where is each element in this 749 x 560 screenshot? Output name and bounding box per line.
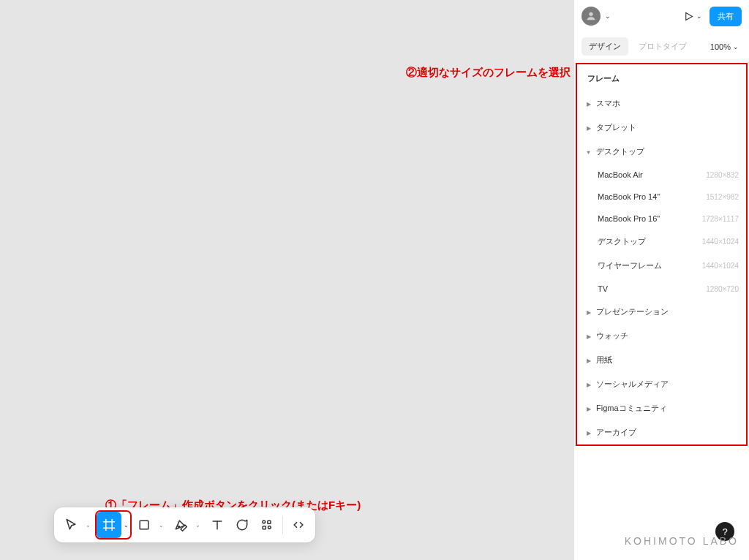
frame-category-label: プレゼンテーション	[596, 306, 669, 317]
frame-category-label: Figmaコミュニティ	[596, 403, 667, 414]
pen-icon	[173, 518, 188, 532]
caret-right-icon	[584, 124, 592, 132]
zoom-value: 100%	[710, 42, 731, 51]
frame-category-archive[interactable]: アーカイブ	[577, 420, 746, 444]
move-tool-chevron-icon[interactable]: ⌄	[84, 521, 92, 530]
svg-rect-12	[263, 526, 266, 529]
preset-name: MacBook Pro 16"	[598, 214, 660, 223]
annotation-step-2: ②適切なサイズのフレームを選択	[406, 66, 571, 80]
frame-category-desktop[interactable]: デスクトップ	[577, 140, 746, 164]
present-chevron-icon[interactable]: ⌄	[696, 12, 702, 20]
design-canvas[interactable]	[0, 0, 573, 560]
svg-point-10	[263, 521, 266, 523]
preset-dim: 1280×832	[706, 171, 739, 179]
preset-name: MacBook Air	[598, 170, 643, 179]
caret-right-icon	[584, 405, 592, 412]
caret-right-icon	[584, 429, 592, 436]
comment-tool[interactable]	[230, 512, 255, 538]
cursor-icon	[64, 518, 78, 532]
right-panel: ⌄ ⌄ 共有 デザイン プロトタイプ 100% ⌄ フレーム スマホ タブレット…	[573, 0, 749, 560]
code-icon	[291, 518, 306, 532]
caret-right-icon	[584, 100, 592, 107]
move-tool[interactable]	[59, 512, 83, 538]
avatar[interactable]	[581, 7, 601, 26]
panel-topbar: ⌄ ⌄ 共有	[574, 0, 749, 32]
frame-category-label: ソーシャルメディア	[596, 379, 669, 390]
preset-dim: 1280×720	[706, 285, 739, 293]
comment-icon	[235, 518, 249, 532]
zoom-control[interactable]: 100% ⌄	[710, 42, 742, 51]
frame-preset-desktop[interactable]: デスクトップ 1440×1024	[577, 230, 746, 254]
frame-category-label: 用紙	[596, 355, 612, 366]
frame-preset-macbook-pro-14[interactable]: MacBook Pro 14" 1512×982	[577, 186, 746, 208]
preset-name: TV	[598, 284, 608, 293]
svg-rect-11	[268, 521, 271, 523]
preset-dim: 1440×1024	[702, 262, 739, 270]
panel-tabs: デザイン プロトタイプ 100% ⌄	[574, 32, 749, 61]
frame-category-phone[interactable]: スマホ	[577, 91, 746, 116]
tab-design[interactable]: デザイン	[581, 37, 628, 56]
pen-tool-chevron-icon[interactable]: ⌄	[194, 521, 202, 530]
frame-tool[interactable]	[97, 512, 121, 538]
tab-prototype[interactable]: プロトタイプ	[631, 37, 694, 56]
svg-rect-6	[140, 521, 148, 529]
frame-category-paper[interactable]: 用紙	[577, 348, 746, 372]
caret-right-icon	[584, 381, 592, 388]
frame-category-label: ウォッチ	[596, 330, 628, 341]
frame-category-presentation[interactable]: プレゼンテーション	[577, 300, 746, 324]
frames-panel: フレーム スマホ タブレット デスクトップ MacBook Air 1280×8…	[576, 63, 748, 446]
user-icon	[585, 10, 597, 22]
shape-tool-chevron-icon[interactable]: ⌄	[157, 521, 165, 530]
svg-marker-1	[686, 12, 693, 20]
frame-category-label: スマホ	[596, 98, 620, 109]
frame-preset-macbook-air[interactable]: MacBook Air 1280×832	[577, 164, 746, 186]
preset-dim: 1440×1024	[702, 238, 739, 246]
caret-right-icon	[584, 357, 592, 364]
frame-preset-tv[interactable]: TV 1280×720	[577, 278, 746, 300]
frame-category-social[interactable]: ソーシャルメディア	[577, 372, 746, 396]
actions-icon	[260, 518, 274, 532]
actions-tool[interactable]	[255, 512, 279, 538]
play-icon	[683, 11, 694, 22]
frame-category-label: タブレット	[596, 122, 636, 133]
frame-category-watch[interactable]: ウォッチ	[577, 324, 746, 348]
frame-tool-chevron-icon[interactable]: ⌄	[122, 521, 130, 530]
preset-name: デスクトップ	[598, 236, 646, 247]
frame-category-figma-community[interactable]: Figmaコミュニティ	[577, 396, 746, 420]
frame-tool-highlight: ⌄	[95, 510, 132, 540]
preset-name: MacBook Pro 14"	[598, 192, 660, 201]
preset-dim: 1728×1117	[702, 215, 739, 223]
caret-right-icon	[584, 333, 592, 340]
zoom-chevron-icon: ⌄	[733, 43, 739, 50]
frame-icon	[102, 518, 116, 532]
preset-dim: 1512×982	[706, 193, 739, 201]
caret-right-icon	[584, 309, 592, 316]
svg-point-0	[589, 12, 592, 16]
present-button[interactable]: ⌄	[680, 9, 705, 24]
frame-category-tablet[interactable]: タブレット	[577, 116, 746, 140]
watermark: KOHIMOTO LABO	[625, 535, 739, 547]
share-button[interactable]: 共有	[710, 7, 742, 26]
caret-down-icon	[584, 148, 592, 156]
rectangle-icon	[137, 518, 151, 532]
dev-mode-tool[interactable]	[286, 512, 311, 538]
pen-tool[interactable]	[168, 512, 193, 538]
text-tool[interactable]	[205, 512, 230, 538]
toolbar-divider	[282, 515, 283, 534]
shape-tool[interactable]	[132, 512, 157, 538]
preset-name: ワイヤーフレーム	[598, 260, 662, 271]
svg-point-7	[178, 526, 180, 528]
frames-title: フレーム	[577, 64, 746, 91]
bottom-toolbar: ⌄ ⌄ ⌄ ⌄	[54, 507, 315, 542]
frame-category-label: アーカイブ	[596, 427, 636, 438]
text-icon	[210, 518, 225, 532]
frame-preset-macbook-pro-16[interactable]: MacBook Pro 16" 1728×1117	[577, 208, 746, 230]
frame-category-label: デスクトップ	[596, 146, 644, 157]
frame-preset-wireframe[interactable]: ワイヤーフレーム 1440×1024	[577, 254, 746, 278]
svg-point-13	[268, 526, 271, 529]
avatar-chevron-icon[interactable]: ⌄	[605, 12, 611, 20]
